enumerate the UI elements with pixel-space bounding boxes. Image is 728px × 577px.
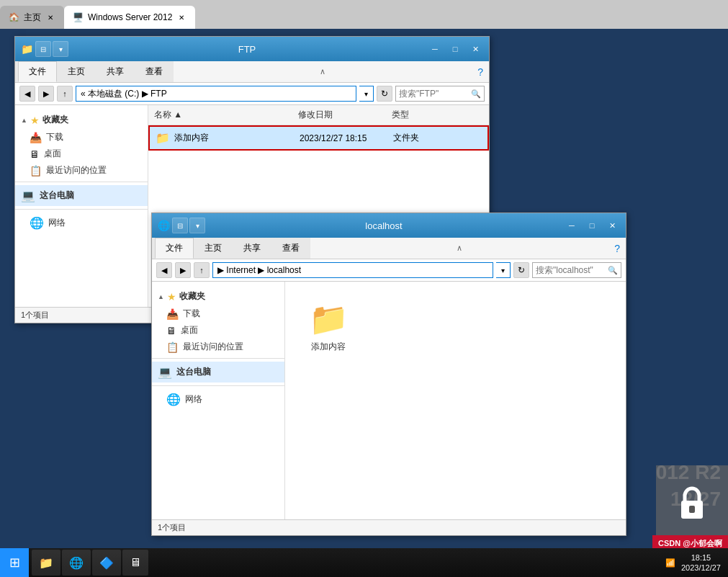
- ftp-file-row[interactable]: 📁 添加内容 2023/12/27 18:15 文件夹: [148, 125, 489, 151]
- localhost-ribbon: 文件 主页 共享 查看 ∧ ?: [152, 238, 626, 259]
- localhost-tab-share[interactable]: 共享: [233, 238, 271, 259]
- localhost-help-btn[interactable]: ?: [608, 240, 626, 257]
- localhost-ribbon-tabs: 文件 主页 共享 查看: [152, 238, 310, 259]
- taskbar-item-ie[interactable]: 🌐: [62, 550, 91, 576]
- localhost-tab-file[interactable]: 文件: [155, 238, 194, 259]
- ftp-recent-label: 最近访问的位置: [46, 164, 107, 176]
- ftp-ribbon: 文件 主页 共享 查看 ∧ ?: [15, 61, 489, 83]
- localhost-refresh-btn[interactable]: ↻: [513, 262, 529, 278]
- server-tab-icon: 🖥️: [73, 12, 84, 22]
- ftp-search-box: 🔍: [395, 86, 485, 102]
- home-tab-label: 主页: [24, 12, 41, 24]
- localhost-sidebar-divider-1: [152, 358, 284, 359]
- ftp-addressbar: ◀ ▶ ↑ « 本地磁盘 (C:) ▶ FTP ▾ ↻ 🔍: [15, 83, 489, 105]
- localhost-statusbar: 1个项目: [152, 519, 626, 535]
- localhost-qab-2[interactable]: ▾: [189, 218, 205, 233]
- ftp-close-btn[interactable]: ✕: [466, 41, 485, 57]
- ftp-minimize-btn[interactable]: ─: [426, 41, 444, 57]
- tab-home[interactable]: 🏠 主页 ✕: [0, 6, 64, 29]
- localhost-thispc-label: 这台电脑: [176, 366, 211, 378]
- ftp-file-date: 2023/12/27 18:15: [294, 132, 387, 145]
- localhost-title: localhost: [208, 220, 560, 231]
- localhost-up-btn[interactable]: ↑: [194, 262, 210, 278]
- localhost-titlebar: 🌐 ⊟ ▾ localhost ─ □ ✕: [152, 213, 626, 238]
- start-button[interactable]: ⊞: [0, 548, 29, 577]
- localhost-sidebar-thispc[interactable]: 💻 这台电脑: [152, 362, 284, 383]
- taskbar-tray: 📶 18:15 2023/12/27: [665, 553, 728, 573]
- ftp-tab-share[interactable]: 共享: [96, 61, 135, 82]
- localhost-recent-icon: 📋: [166, 341, 179, 353]
- ftp-search-input[interactable]: [399, 89, 471, 99]
- localhost-statusbar-text: 1个项目: [158, 522, 186, 533]
- ftp-back-btn[interactable]: ◀: [19, 86, 35, 102]
- ftp-favorites-header[interactable]: ▲ ★ 收藏夹: [15, 111, 148, 129]
- ftp-download-icon: 📥: [30, 132, 42, 143]
- ftp-tab-file[interactable]: 文件: [18, 61, 57, 82]
- localhost-address-text: ▶ Internet ▶ localhost: [217, 265, 301, 275]
- localhost-network-label: 网络: [185, 393, 202, 406]
- localhost-qab-1[interactable]: ⊟: [172, 218, 188, 233]
- localhost-ribbon-collapse[interactable]: ∧: [452, 243, 467, 253]
- ftp-sidebar-divider-2: [15, 209, 148, 210]
- ftp-sidebar-recent[interactable]: 📋 最近访问的位置: [15, 162, 148, 179]
- localhost-folder-large-icon: 📁: [309, 300, 349, 338]
- localhost-titlebar-left: 🌐 ⊟ ▾: [156, 218, 205, 233]
- ftp-col-name[interactable]: 名称 ▲: [148, 107, 292, 122]
- ftp-address-path[interactable]: « 本地磁盘 (C:) ▶ FTP: [76, 86, 356, 102]
- localhost-minimize-btn[interactable]: ─: [562, 218, 581, 233]
- tab-server[interactable]: 🖥️ Windows Server 2012 ✕: [64, 6, 195, 29]
- localhost-network-icon: 🌐: [166, 393, 181, 406]
- server-tab-close[interactable]: ✕: [176, 12, 187, 22]
- taskbar-item-explorer[interactable]: 📁: [32, 550, 60, 576]
- ftp-tab-home[interactable]: 主页: [57, 61, 96, 82]
- ftp-forward-btn[interactable]: ▶: [38, 86, 54, 102]
- ftp-qab-1[interactable]: ⊟: [35, 41, 51, 57]
- localhost-sidebar-divider-2: [152, 385, 284, 386]
- taskbar-ie-icon: 🌐: [69, 556, 84, 570]
- localhost-sidebar-recent[interactable]: 📋 最近访问的位置: [152, 339, 284, 355]
- ftp-sidebar-desktop[interactable]: 🖥 桌面: [15, 146, 148, 162]
- localhost-close-btn[interactable]: ✕: [603, 218, 621, 233]
- localhost-sidebar-network[interactable]: 🌐 网络: [152, 389, 284, 410]
- ftp-favorites-label: 收藏夹: [42, 114, 68, 126]
- taskbar-item-powershell[interactable]: 🔷: [92, 550, 121, 576]
- localhost-explorer-body: ▲ ★ 收藏夹 📥 下载 🖥 桌面 📋 最近访问的位置: [152, 282, 626, 519]
- ftp-col-type[interactable]: 类型: [386, 107, 444, 122]
- ftp-qab-2[interactable]: ▾: [53, 41, 68, 57]
- lock-icon-area: [656, 465, 728, 545]
- localhost-maximize-btn[interactable]: □: [583, 218, 601, 233]
- svg-rect-1: [689, 506, 695, 513]
- ftp-address-text: « 本地磁盘 (C:) ▶ FTP: [81, 88, 167, 100]
- ftp-tab-view[interactable]: 查看: [135, 61, 174, 82]
- home-tab-close[interactable]: ✕: [45, 12, 55, 22]
- localhost-search-input[interactable]: [536, 265, 608, 275]
- taskbar-sm-icon: 🖥: [130, 556, 141, 569]
- ftp-sidebar-network[interactable]: 🌐 网络: [15, 213, 148, 233]
- ftp-refresh-btn[interactable]: ↻: [377, 86, 392, 102]
- ftp-address-dropdown[interactable]: ▾: [359, 86, 374, 102]
- taskbar-item-server-manager[interactable]: 🖥: [122, 550, 148, 576]
- ftp-sidebar-thispc[interactable]: 💻 这台电脑: [15, 185, 148, 206]
- localhost-favorites-star: ★: [167, 291, 176, 303]
- ftp-sidebar-download[interactable]: 📥 下载: [15, 129, 148, 146]
- ftp-network-label: 网络: [48, 217, 66, 229]
- ftp-maximize-btn[interactable]: □: [446, 41, 464, 57]
- ftp-folder-icon: 📁: [156, 131, 170, 145]
- ftp-col-date[interactable]: 修改日期: [292, 107, 386, 122]
- localhost-sidebar-download[interactable]: 📥 下载: [152, 305, 284, 322]
- localhost-folder-item[interactable]: 📁 添加内容: [300, 296, 357, 505]
- localhost-forward-btn[interactable]: ▶: [175, 262, 191, 278]
- localhost-back-btn[interactable]: ◀: [156, 262, 172, 278]
- localhost-tab-view[interactable]: 查看: [271, 238, 310, 259]
- ftp-titlebar-left: 📁 ⊟ ▾: [19, 41, 68, 57]
- ftp-help-btn[interactable]: ?: [472, 63, 489, 81]
- localhost-address-path[interactable]: ▶ Internet ▶ localhost: [212, 262, 493, 278]
- ftp-file-header: 名称 ▲ 修改日期 类型: [148, 105, 489, 125]
- ftp-up-btn[interactable]: ↑: [57, 86, 73, 102]
- localhost-address-dropdown[interactable]: ▾: [496, 262, 511, 278]
- ftp-sidebar-divider-1: [15, 182, 148, 182]
- ftp-ribbon-collapse[interactable]: ∧: [315, 67, 330, 76]
- localhost-sidebar-desktop[interactable]: 🖥 桌面: [152, 322, 284, 339]
- localhost-tab-home[interactable]: 主页: [194, 238, 233, 259]
- localhost-favorites-header[interactable]: ▲ ★ 收藏夹: [152, 287, 284, 305]
